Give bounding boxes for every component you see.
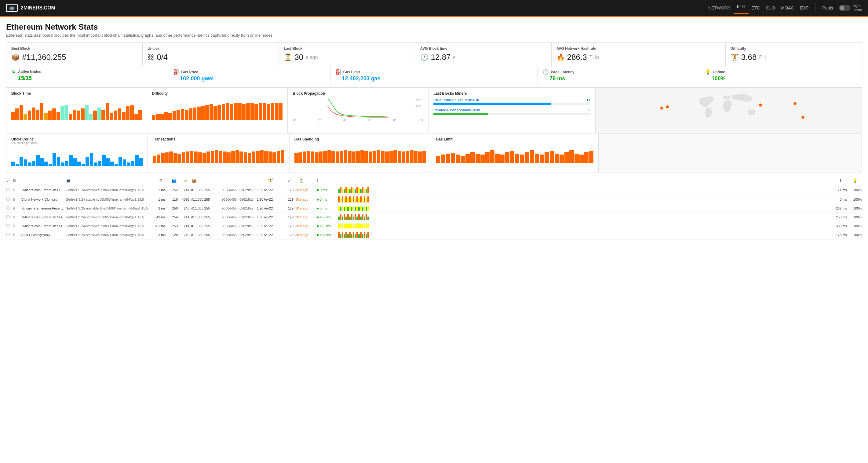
toggle-track[interactable]	[839, 5, 850, 11]
page-subtitle: Ethereum stats dashboard provides the mo…	[6, 33, 862, 37]
gas-limit-card: ⛽ Gas Limit 12,402,203 gas	[330, 66, 538, 85]
uncles-label: Uncles	[148, 47, 274, 51]
table-row[interactable]: 🖥 2Miners.com Ethereum SOLO 🇺🇸 Geth/v1.9…	[6, 213, 862, 222]
node-name: 2Miners.com Ethereum PPLNS 🇩🇪	[21, 188, 66, 192]
bar	[122, 112, 125, 120]
bar	[98, 161, 102, 166]
table-header-icons: ✓ 🖥 💻 ⏱ 👥 🪐 📦 🏋 ✓ ⏳ ℹ	[6, 177, 862, 185]
bar	[340, 151, 343, 163]
header-uptime-icon: 💡	[852, 178, 858, 183]
nav-pools[interactable]: Pools	[819, 4, 836, 12]
node-last-block: 30 s ago	[295, 197, 317, 201]
night-theme-label: Nighttheme	[852, 4, 862, 12]
bar	[445, 154, 450, 163]
avg-hashrate-icon: 🔥	[556, 54, 565, 61]
bar	[53, 153, 56, 166]
spark-bar	[366, 207, 367, 211]
bar	[348, 151, 351, 163]
nav-eth[interactable]: ETH	[734, 2, 749, 14]
uptime-card: 💡 Uptime 100%	[700, 66, 862, 85]
bar	[115, 164, 118, 166]
node-lat2: 0 ms	[833, 197, 848, 201]
bar	[156, 114, 159, 120]
bar	[456, 155, 460, 163]
node-propagation: ■ 0 ms	[317, 207, 338, 210]
node-propagation: ■ 0 ms	[317, 197, 338, 201]
row-circle	[6, 224, 12, 228]
node-last-block: 30 s ago	[295, 224, 317, 228]
bar	[85, 105, 89, 120]
spark-bar	[362, 223, 364, 228]
table-row[interactable]: 🖥 Solomine Ethereum Reserved Geth/v1.9.2…	[6, 204, 862, 213]
bar	[28, 111, 31, 120]
avg-block-time-unit: s	[453, 55, 456, 60]
node-diff: 1.907e+22	[257, 224, 284, 228]
spark-bar	[338, 189, 340, 193]
spark-bar	[340, 223, 341, 228]
node-diff: 1.907e+22	[257, 233, 284, 237]
bar	[97, 107, 101, 120]
table-row[interactable]: 🖥 2Miners.com Ethereum PPLNS 🇩🇪 Geth/v1.…	[6, 185, 862, 195]
spark-bar	[362, 234, 364, 238]
active-nodes-value: 15/15	[18, 75, 163, 82]
node-table-section: ✓ 🖥 💻 ⏱ 👥 🪐 📦 🏋 ✓ ⏳ ℹ	[0, 174, 868, 242]
spark-bar	[360, 189, 362, 193]
spark-bar	[356, 223, 358, 228]
row-monitor: 🖥	[12, 206, 21, 210]
nav-etc[interactable]: ETC	[749, 4, 763, 12]
spark-bar	[347, 234, 349, 238]
last-blocks-miners: Last Blocks Miners 0xEA674fdDe714fd979de…	[428, 87, 595, 133]
spark-bar	[351, 234, 352, 238]
nav-exp[interactable]: EXP	[797, 4, 811, 12]
bar	[256, 151, 259, 163]
bar	[181, 109, 184, 120]
avg-block-time-label: AVG Block time	[420, 47, 547, 51]
bar	[138, 110, 142, 120]
spark-bar	[340, 234, 341, 238]
node-pending: 4095	[180, 197, 191, 201]
nav-links: ETH ETC CLO MOAC EXP	[734, 2, 812, 14]
spark-bar	[353, 188, 354, 193]
bar	[190, 151, 194, 163]
bar	[319, 152, 323, 163]
spark-bar	[347, 197, 349, 203]
nav-moac[interactable]: MOAC	[778, 4, 797, 12]
bar	[161, 153, 165, 163]
difficulty-chart-title: Difficulty	[152, 91, 283, 96]
table-row[interactable]: 🖥 Clona Network-Clona.ru Geth/v1.9.24-st…	[6, 195, 862, 204]
night-theme-toggle[interactable]: Nighttheme	[839, 4, 862, 12]
node-propagation: ■ +84 ms	[317, 233, 338, 237]
bar	[238, 103, 242, 120]
monitor-icon: 🖥	[12, 215, 16, 219]
spark-bar	[345, 217, 347, 220]
node-pending: 240	[180, 233, 191, 237]
bar	[584, 152, 589, 163]
bar	[193, 107, 196, 120]
spark-bar	[362, 214, 364, 220]
bar	[201, 106, 205, 120]
spark-bar	[353, 223, 354, 228]
nav-clo[interactable]: CLO	[763, 4, 778, 12]
spark-bar	[351, 223, 352, 228]
bar	[64, 105, 68, 120]
node-pending: 240	[180, 207, 191, 210]
bar	[157, 155, 161, 163]
table-row[interactable]: 🖥 2Miners.com Ethereum SOLO 🇨🇦 Geth/v1.9…	[6, 222, 862, 230]
bar	[73, 110, 76, 120]
spark-bar	[360, 217, 362, 220]
logo-text: 2MINERS.COM	[21, 5, 55, 11]
bar	[303, 152, 306, 163]
spark-bar	[342, 196, 343, 203]
bar	[139, 158, 143, 166]
bar	[15, 109, 19, 120]
bar	[24, 159, 28, 166]
bar	[530, 150, 534, 163]
miner-row-2: 0x5A0b54D5dc17e0AadC383d... 5	[433, 108, 590, 115]
node-propagation: ■ 0 ms	[317, 188, 338, 192]
spark-bar	[342, 206, 343, 211]
node-propagation: ■ +59 ms	[317, 215, 338, 219]
logo[interactable]: 🥽 2MINERS.COM	[6, 4, 55, 12]
table-row[interactable]: 🖥 [SOLO]WoolyPooly Geth/v1.9.24-stable-c…	[6, 230, 862, 240]
node-uptime: 100%	[848, 207, 862, 210]
bar	[520, 155, 524, 163]
